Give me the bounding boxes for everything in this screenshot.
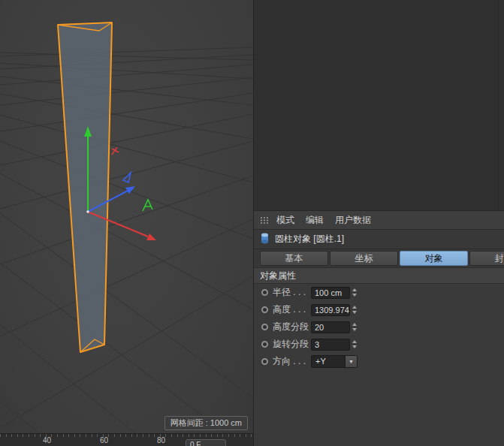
panel-edge-divider bbox=[498, 0, 499, 210]
orientation-value: +Y bbox=[312, 356, 345, 367]
object-header-row: 圆柱对象 [圆柱.1] bbox=[254, 230, 504, 249]
field-row-height: 高度 . . . 1309.974 bbox=[254, 301, 504, 318]
grip-dots-icon[interactable] bbox=[260, 216, 270, 225]
viewport-canvas bbox=[0, 0, 253, 433]
orientation-dropdown[interactable]: +Y ▼ bbox=[311, 355, 358, 368]
tab-coordinate[interactable]: 坐标 bbox=[330, 251, 398, 266]
stepper-down-icon[interactable] bbox=[352, 294, 357, 297]
stepper-up-icon[interactable] bbox=[352, 340, 357, 343]
field-row-rotation-segments: 旋转分段 3 bbox=[254, 336, 504, 353]
radius-stepper[interactable] bbox=[352, 287, 357, 299]
attribute-manager-panel: 模式 编辑 用户数据 圆柱对象 [圆柱.1] 基本 坐标 对象 封顶 对象属性 bbox=[253, 0, 504, 446]
menu-edit[interactable]: 编辑 bbox=[306, 214, 324, 227]
timeline-tick-label: 60 bbox=[100, 436, 108, 444]
animation-knob-icon[interactable] bbox=[261, 289, 268, 296]
axis-letters bbox=[112, 147, 152, 211]
application-window: 网格间距 : 1000 cm 40 60 80 0 F 模式 bbox=[0, 0, 504, 446]
height-input[interactable]: 1309.974 bbox=[311, 304, 350, 316]
field-label: 高度 . . . bbox=[273, 303, 309, 316]
timeline-tick-label: 80 bbox=[157, 436, 165, 444]
axis-letter-z-icon bbox=[123, 173, 131, 182]
object-title: 圆柱对象 [圆柱.1] bbox=[275, 233, 344, 246]
grid-spacing-label: 网格间距 : 1000 cm bbox=[164, 416, 248, 430]
field-row-height-segments: 高度分段 20 bbox=[254, 318, 504, 336]
radius-input[interactable]: 100 cm bbox=[311, 287, 350, 299]
field-label: 方向 . . . bbox=[273, 355, 309, 368]
stepper-up-icon[interactable] bbox=[352, 306, 357, 309]
cylinder-object-icon bbox=[260, 232, 270, 247]
menu-user-data[interactable]: 用户数据 bbox=[335, 214, 371, 227]
attribute-tabs: 基本 坐标 对象 封顶 bbox=[254, 249, 504, 267]
axis-x-arrowhead bbox=[146, 234, 156, 240]
field-label: 高度分段 bbox=[273, 321, 309, 333]
animation-knob-icon[interactable] bbox=[261, 358, 268, 365]
field-label: 旋转分段 bbox=[273, 338, 309, 351]
stepper-up-icon[interactable] bbox=[352, 323, 357, 326]
height-stepper[interactable] bbox=[352, 304, 357, 316]
height-segments-input[interactable]: 20 bbox=[311, 321, 350, 333]
tab-basic[interactable]: 基本 bbox=[260, 251, 328, 266]
current-frame-field[interactable]: 0 F bbox=[186, 439, 226, 446]
tab-object[interactable]: 对象 bbox=[400, 251, 468, 266]
stepper-down-icon[interactable] bbox=[352, 328, 357, 331]
timeline-tick-label: 40 bbox=[43, 436, 51, 444]
empty-panel-area bbox=[254, 0, 504, 211]
stepper-down-icon[interactable] bbox=[352, 345, 357, 348]
chevron-down-icon: ▼ bbox=[349, 359, 354, 364]
animation-knob-icon[interactable] bbox=[261, 341, 268, 348]
field-label: 半径 . . . bbox=[273, 286, 309, 299]
axis-letter-x-icon bbox=[112, 147, 119, 155]
stepper-up-icon[interactable] bbox=[352, 288, 357, 291]
section-object-properties: 对象属性 bbox=[254, 267, 504, 284]
animation-knob-icon[interactable] bbox=[261, 324, 268, 330]
field-row-orientation: 方向 . . . +Y ▼ bbox=[254, 353, 504, 370]
tab-caps[interactable]: 封顶 bbox=[469, 251, 504, 266]
animation-knob-icon[interactable] bbox=[261, 306, 268, 313]
stepper-down-icon[interactable] bbox=[352, 311, 357, 314]
cylinder-object[interactable] bbox=[58, 23, 112, 352]
rotation-segments-input[interactable]: 3 bbox=[311, 339, 350, 351]
field-row-radius: 半径 . . . 100 cm bbox=[254, 284, 504, 301]
timeline-ruler[interactable]: 40 60 80 0 F bbox=[0, 433, 253, 446]
height-segments-stepper[interactable] bbox=[352, 321, 357, 333]
object-properties-fields: 半径 . . . 100 cm 高度 . . . 1309.974 高度分段 bbox=[254, 284, 504, 370]
menu-mode[interactable]: 模式 bbox=[276, 214, 294, 227]
dropdown-button[interactable]: ▼ bbox=[345, 356, 357, 367]
object-origin-point bbox=[86, 210, 89, 213]
grid-lines bbox=[0, 47, 253, 433]
attribute-menu-bar: 模式 编辑 用户数据 bbox=[254, 211, 504, 230]
axis-letter-y-icon bbox=[143, 200, 152, 211]
viewport-3d[interactable]: 网格间距 : 1000 cm bbox=[0, 0, 253, 433]
timeline-tick-marks bbox=[0, 434, 253, 437]
rotation-segments-stepper[interactable] bbox=[352, 339, 357, 351]
